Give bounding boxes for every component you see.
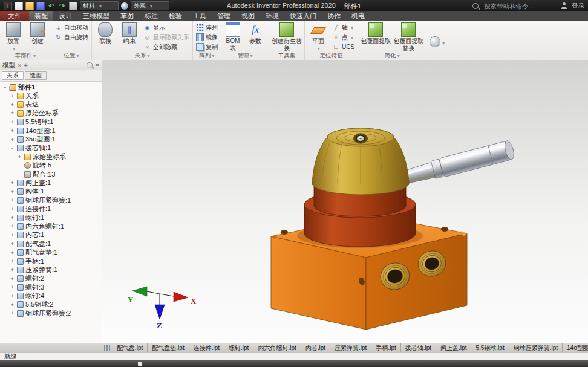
3d-viewport[interactable]: Y X Z xyxy=(102,60,588,343)
tree-item[interactable]: + 连接件:1 xyxy=(0,204,102,213)
hide-all-button[interactable]: 全部隐藏 xyxy=(142,42,191,51)
expand-glyph[interactable]: + xyxy=(10,189,15,195)
corner-bolt-hole[interactable] xyxy=(281,230,288,235)
y-axis-cone[interactable] xyxy=(132,287,147,296)
coordinate-triad[interactable]: Y X Z xyxy=(128,287,197,330)
corner-bolt-hole[interactable] xyxy=(441,227,448,232)
close-icon[interactable] xyxy=(18,62,21,69)
tree-item[interactable]: + 关系 xyxy=(0,91,102,100)
search-icon[interactable] xyxy=(472,3,479,9)
place-button[interactable]: 放置 xyxy=(2,21,25,51)
expand-glyph[interactable]: + xyxy=(10,276,15,282)
document-tab[interactable]: 14o型圈.ipt xyxy=(563,343,588,352)
open-folder-icon[interactable] xyxy=(25,2,34,10)
tree-item[interactable]: + 内六角螺钉:1 xyxy=(0,222,102,230)
ribbon-tab[interactable]: 草图 xyxy=(115,11,139,21)
taskbar-icon[interactable] xyxy=(138,362,142,366)
tree-item[interactable]: + 螺钉:2 xyxy=(0,274,102,283)
ribbon-tab[interactable]: 视图 xyxy=(236,11,260,21)
ribbon-tab[interactable]: 标注 xyxy=(139,11,163,21)
tree-item[interactable]: + 钢球压紧弹簧:2 xyxy=(0,309,102,317)
sketch-icon[interactable] xyxy=(69,2,77,10)
pattern-button[interactable]: 阵列 xyxy=(195,23,219,32)
tree-item[interactable]: + 钢球压紧弹簧:1 xyxy=(0,196,102,204)
tree-item[interactable]: + 阀体:1 xyxy=(0,187,102,196)
ribbon-tab[interactable]: 装配 xyxy=(29,11,53,21)
document-tab[interactable]: 钢球压紧弹簧.ipt xyxy=(509,343,563,352)
documents-grid-icon[interactable] xyxy=(104,345,110,351)
dome-cap[interactable] xyxy=(312,128,409,195)
expand-glyph[interactable]: - xyxy=(2,84,8,90)
expand-glyph[interactable]: + xyxy=(10,206,15,212)
ribbon-tab[interactable]: 机电 xyxy=(346,11,370,21)
search-input[interactable] xyxy=(483,2,557,10)
ribbon-tab[interactable]: 工具 xyxy=(188,11,212,21)
constrain-button[interactable]: 约束 xyxy=(118,21,141,45)
plane-button[interactable]: 平面 xyxy=(307,21,330,51)
document-tab[interactable]: 内芯.ipt xyxy=(301,343,330,352)
free-move-button[interactable]: 自由移动 xyxy=(53,23,90,32)
user-icon[interactable] xyxy=(561,2,567,9)
z-axis-cone[interactable] xyxy=(155,305,165,319)
ribbon-group-label-components[interactable]: 零部件 xyxy=(2,52,49,60)
material-combo[interactable]: 材料 xyxy=(80,1,119,10)
ucs-button[interactable]: UCS xyxy=(331,42,356,51)
file-menu-button[interactable]: 文件 xyxy=(0,11,29,21)
ribbon-group-label-simplify[interactable]: 简化 xyxy=(360,52,424,60)
expand-glyph[interactable]: + xyxy=(10,223,15,229)
expand-glyph[interactable]: + xyxy=(10,128,15,134)
tree-item[interactable]: + 内芯:1 xyxy=(0,231,102,239)
tree-item[interactable]: + 螺钉:1 xyxy=(0,213,102,222)
ribbon-group-label-work-features[interactable]: 定位特征 xyxy=(307,52,356,60)
show-hidden-relationships-button[interactable]: 显示隐藏关系 xyxy=(142,33,191,42)
document-tab[interactable]: 配气盘垫.ipt xyxy=(148,343,189,352)
document-tab[interactable]: 配气盘.ipt xyxy=(113,343,148,352)
expand-glyph[interactable]: + xyxy=(10,293,15,299)
expand-glyph[interactable]: + xyxy=(10,258,15,264)
expand-glyph[interactable]: + xyxy=(10,110,15,116)
expand-glyph[interactable]: + xyxy=(10,302,15,308)
create-button[interactable]: 创建 xyxy=(26,21,49,45)
appearance-ball-icon[interactable] xyxy=(121,2,128,10)
expand-glyph[interactable]: + xyxy=(10,215,15,221)
appearance-combo[interactable]: 外观 xyxy=(131,1,169,10)
shrinkwrap-button[interactable]: 包覆面提取 xyxy=(360,21,391,45)
expand-glyph[interactable]: + xyxy=(17,154,22,160)
document-tab[interactable]: 阀上盖.ipt xyxy=(436,343,471,352)
ribbon-tab[interactable]: 协作 xyxy=(322,11,346,21)
document-tab[interactable]: 5.5钢球.ipt xyxy=(471,343,509,352)
tree-item[interactable]: + 表达 xyxy=(0,100,102,109)
tree-item[interactable]: + 螺钉:4 xyxy=(0,291,102,300)
document-tab[interactable]: 螺钉.ipt xyxy=(224,343,253,352)
ribbon-group-label-relationships[interactable]: 关系 xyxy=(94,52,191,60)
ribbon-group-label-manage[interactable]: 管理 xyxy=(223,52,267,60)
free-rotate-button[interactable]: 自由旋转 xyxy=(53,33,90,42)
expand-glyph[interactable]: - xyxy=(10,145,15,151)
add-pane-icon[interactable] xyxy=(24,62,27,69)
ribbon-tab[interactable]: 检验 xyxy=(163,11,188,21)
tree-item[interactable]: 配合:13 xyxy=(0,170,102,178)
expand-glyph[interactable]: + xyxy=(10,93,15,99)
x-axis-cone[interactable] xyxy=(174,292,188,302)
ribbon-tab[interactable]: 三维模型 xyxy=(77,11,115,21)
expand-glyph[interactable]: + xyxy=(10,267,15,273)
redo-icon[interactable] xyxy=(58,2,67,10)
show-relationships-button[interactable]: 显示 xyxy=(142,23,191,32)
tree-item[interactable]: + 原始坐标系 xyxy=(0,152,102,161)
expand-glyph[interactable]: + xyxy=(10,119,15,125)
tree-item[interactable]: + 5.5钢球:2 xyxy=(0,300,102,309)
ribbon-tab[interactable]: 管理 xyxy=(212,11,236,21)
tree-item[interactable]: + 螺钉:3 xyxy=(0,283,102,291)
parameters-button[interactable]: 参数 xyxy=(244,21,267,45)
tree-item[interactable]: + 手柄:1 xyxy=(0,257,102,265)
ribbon-extra-button[interactable] xyxy=(426,21,448,60)
document-tab[interactable]: 拨芯轴.ipt xyxy=(401,343,436,352)
browser-menu-icon[interactable] xyxy=(96,62,99,69)
tree-item[interactable]: + 阀上盖:1 xyxy=(0,178,102,187)
ribbon-group-label-pattern[interactable]: 阵列 xyxy=(195,52,219,60)
document-tab[interactable]: 压紧弹簧.ipt xyxy=(330,343,371,352)
browser-search-icon[interactable] xyxy=(87,62,93,68)
ribbon-group-label-toolset[interactable]: 工具集 xyxy=(271,52,302,60)
copy-button[interactable]: 复制 xyxy=(195,42,219,51)
tree-item[interactable]: - 拨芯轴:1 xyxy=(0,144,102,152)
